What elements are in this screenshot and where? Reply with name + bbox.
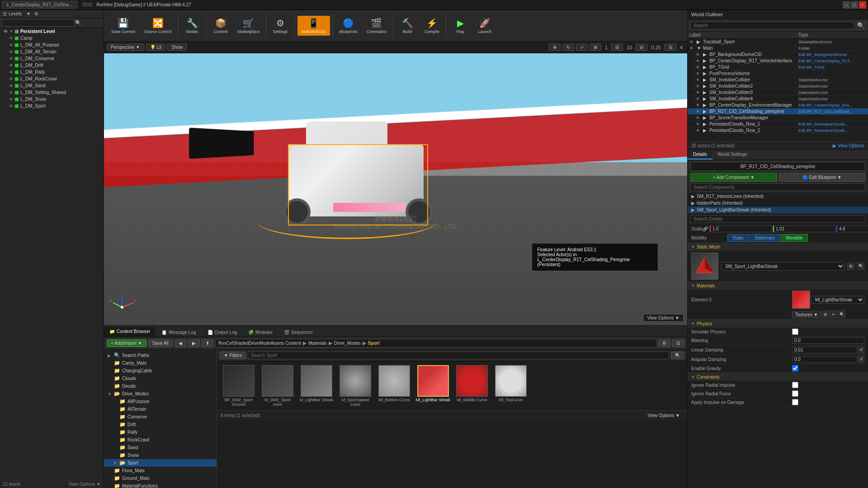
add-import-button[interactable]: + Add/Import ▼ <box>107 339 146 347</box>
viewport-show-btn[interactable]: Show <box>167 44 187 51</box>
path-drive-modes[interactable]: Drive_Modes <box>334 341 361 346</box>
save-all-button[interactable]: Save All <box>148 339 173 347</box>
outliner-item-center-display[interactable]: 👁 ▶ BP_CenterDisplay_R1T_VehicleInterfac… <box>688 58 868 64</box>
compile-button[interactable]: ⚡ Compile <box>420 16 443 36</box>
modes-button[interactable]: 🔧 Modes <box>181 16 203 36</box>
outliner-item-celshading[interactable]: 👁 ▶ BP_R1T_CID_CelShading_peregrine Edit… <box>688 108 868 115</box>
marketplace-button[interactable]: 🛒 Marketplace <box>234 16 263 36</box>
levels-search-icon[interactable]: 🔍 <box>75 20 81 26</box>
scale-link-icon[interactable]: 🔗 <box>703 226 708 231</box>
close-button[interactable]: × <box>859 1 866 9</box>
materials-section[interactable]: Materials <box>688 282 868 290</box>
static-button[interactable]: Static <box>727 234 749 242</box>
tab-modules[interactable]: 🧩 Modules <box>243 328 278 337</box>
stationary-button[interactable]: Stationary <box>750 234 780 242</box>
asset-ml-topcurve[interactable]: Ml_TopCurve <box>493 365 529 407</box>
viewport-mode-btn[interactable]: ⊞ <box>590 44 601 51</box>
view-options-btn[interactable]: View Options ▼ <box>69 482 101 487</box>
play-button[interactable]: ▶ Play <box>449 16 472 36</box>
tree-item-clouds[interactable]: 📁 Clouds <box>104 375 217 382</box>
edit-blueprint-button[interactable]: 🔵 Edit Blueprint ▼ <box>779 173 866 182</box>
eye-icon[interactable]: 👁 <box>9 84 13 88</box>
viewport-perspective-btn[interactable]: Perspective ▼ <box>107 44 144 51</box>
android-es31-button[interactable]: 📱 Android ES31 <box>297 16 330 36</box>
level-item-sand[interactable]: 👁 L_DM_Sand <box>0 82 104 89</box>
angular-damping-reset[interactable]: ↺ <box>858 356 864 363</box>
outliner-item-clouds-row1[interactable]: 👁 ▶ PersistantClouds_Row_1 Edit BP_Persi… <box>688 121 868 127</box>
scale-y-input[interactable]: 1.01 <box>773 225 835 232</box>
mass-input[interactable]: 0.0 <box>792 337 864 344</box>
constraints-section[interactable]: Constraints <box>688 373 868 381</box>
eye-icon[interactable]: 👁 <box>696 71 703 76</box>
outliner-item-sm-invisible2[interactable]: 👁 ▶ SM_InvisibleCollider2 StaticMeshActo… <box>688 83 868 89</box>
level-item-drift[interactable]: 👁 L_DM_Drift <box>0 62 104 69</box>
asset-m-dm2sport-anim[interactable]: M_DM2_Sport Anim <box>259 365 296 407</box>
levels-search-input[interactable] <box>2 19 74 27</box>
tree-item-conserve[interactable]: 📁 Conserve <box>104 413 217 421</box>
minimize-button[interactable]: ─ <box>843 1 850 9</box>
tree-item-sand[interactable]: 📁 Sand <box>104 444 217 451</box>
tree-item-charging[interactable]: 📁 ChargingCable <box>104 367 217 375</box>
outliner-item-clouds-row2[interactable]: 👁 ▶ PersistantClouds_Row_2 Edit BP_Persi… <box>688 127 868 134</box>
outliner-item-trackball[interactable]: 👁 ▶ Trackball_Sport SkeletalMeshActor <box>688 39 868 45</box>
eye-icon[interactable]: 👁 <box>9 36 13 41</box>
eye-icon[interactable]: 👁 <box>9 97 13 102</box>
tree-item-flora[interactable]: 📁 Flora_Mats <box>104 467 217 474</box>
movable-button[interactable]: Movable <box>781 234 808 242</box>
path-materials[interactable]: Materials <box>308 341 327 346</box>
tree-item-allpurpose[interactable]: 📁 AllPurpose <box>104 398 217 405</box>
filters-button[interactable]: ▼ Filters <box>220 352 246 359</box>
cinematics-button[interactable]: 🎬 Cinematics <box>363 16 391 36</box>
level-item-snow[interactable]: 👁 L_DM_Snow <box>0 96 104 103</box>
outliner-item-main-folder[interactable]: 👁 ▼ Main Folder <box>688 45 868 52</box>
eye-icon[interactable]: 👁 <box>696 97 703 101</box>
level-item-allpurpose[interactable]: 👁 L_DM_All_Purpose <box>0 42 104 48</box>
outliner-item-sm-invisible1[interactable]: 👁 ▶ SM_InvisibleCollider StaticMeshActor <box>688 77 868 83</box>
scale-x-input[interactable]: 1.0 <box>710 225 772 232</box>
item-type[interactable]: Edit BP_CenterDisplay_R1T... <box>798 59 866 63</box>
tab-sequencer[interactable]: 🎬 Sequencer <box>278 328 319 337</box>
outliner-item-sm-invisible3[interactable]: 👁 ▶ SM_InvisibleCollider3 StaticMeshActo… <box>688 89 868 96</box>
tree-item-rally[interactable]: 📁 Rally <box>104 428 217 436</box>
tree-item-sport[interactable]: ▼ 📂 Sport <box>104 459 217 467</box>
enable-gravity-checkbox[interactable] <box>792 365 798 371</box>
eye-icon[interactable]: 👁 <box>689 46 697 51</box>
tree-item-snow[interactable]: 📁 Snow <box>104 451 217 459</box>
material-select[interactable]: Ml_LightBarStreak <box>811 296 864 304</box>
mat-edit-btn[interactable]: ✏ <box>830 311 837 318</box>
eye-icon[interactable]: 👁 <box>696 122 703 127</box>
component-sm-interiorlines[interactable]: ▶ SM_R1T_InteriorLines (Inherited) <box>688 193 868 200</box>
level-item-rockcrawl[interactable]: 👁 L_DM_RockCrawl <box>0 75 104 82</box>
viewport-canvas[interactable]: Feature Level: Android ES3.1 Selected Ac… <box>104 53 687 325</box>
maximize-button[interactable]: □ <box>851 1 858 9</box>
eye-icon[interactable]: 👁 <box>689 40 697 44</box>
assets-search-btn[interactable]: 🔍 <box>671 352 684 359</box>
tab-output-log[interactable]: 📄 Output Log <box>202 328 243 337</box>
eye-icon[interactable]: 👁 <box>9 63 13 68</box>
ignore-radial-force-checkbox[interactable] <box>792 390 798 397</box>
eye-icon[interactable]: 👁 <box>696 128 703 133</box>
viewport-rotate-btn[interactable]: ↻ <box>562 44 574 51</box>
save-current-button[interactable]: 💾 Save Current <box>108 16 139 36</box>
simulate-physics-checkbox[interactable] <box>792 328 798 335</box>
source-control-button[interactable]: 🔀 Source Control <box>141 16 175 36</box>
details-search-input[interactable] <box>690 215 865 223</box>
expand-icon[interactable]: ▼ <box>9 29 13 33</box>
eye-icon[interactable]: 👁 <box>696 59 703 63</box>
forward-button[interactable]: ▶ <box>188 339 200 347</box>
textures-button[interactable]: Textures ▼ <box>792 311 821 318</box>
eye-icon[interactable]: 👁 <box>696 90 703 95</box>
eye-icon[interactable]: 👁 <box>9 50 13 54</box>
physics-section[interactable]: Physics <box>688 319 868 328</box>
levels-settings-icon[interactable]: ⚙ <box>34 11 38 16</box>
outliner-item-sm-invisible4[interactable]: 👁 ▶ SM_InvisibleCollider4 StaticMeshActo… <box>688 96 868 102</box>
tree-item-matfuncs[interactable]: 📁 MaterialFunctions <box>104 482 217 488</box>
tab-details[interactable]: Details <box>688 150 712 160</box>
tree-item-ground-mats[interactable]: 📁 Ground_Mats <box>104 474 217 482</box>
eye-icon[interactable]: 👁 <box>4 29 8 34</box>
angular-damping-input[interactable]: 0.0 <box>792 356 857 363</box>
assets-search-input[interactable] <box>248 352 669 359</box>
eye-icon[interactable]: 👁 <box>696 52 703 57</box>
blueprints-button[interactable]: 🔵 Blueprints <box>336 16 361 36</box>
eye-icon[interactable]: 👁 <box>696 109 703 114</box>
